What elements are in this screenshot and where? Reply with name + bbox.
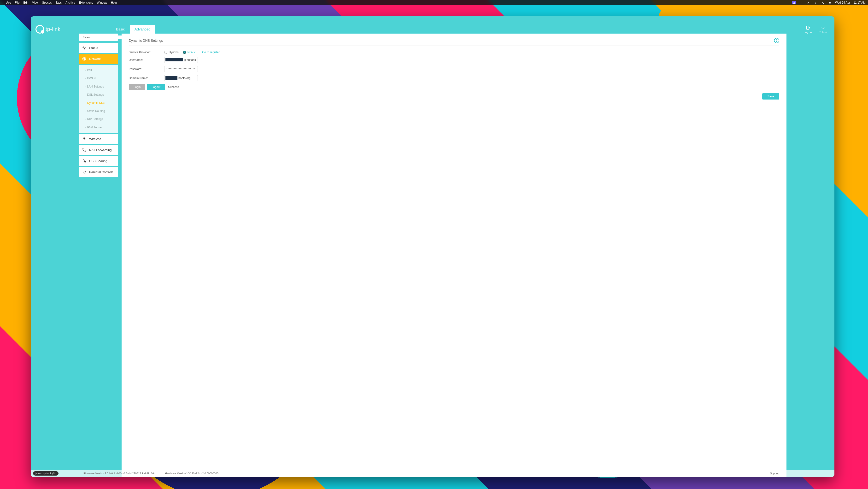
username-input[interactable] bbox=[164, 57, 198, 63]
sidebar-item-wireless[interactable]: Wireless bbox=[79, 134, 118, 144]
password-label: Password: bbox=[129, 67, 164, 71]
tplink-logo-icon bbox=[35, 25, 44, 34]
reboot-label: Reboot bbox=[819, 31, 827, 34]
app-name[interactable]: Arc bbox=[6, 1, 11, 4]
sidebar-item-label: Wireless bbox=[89, 137, 101, 141]
tplink-logo-text: tp-link bbox=[45, 26, 60, 32]
sub-item-ipv6-tunnel[interactable]: - IPv6 Tunnel bbox=[79, 123, 118, 131]
status-icon bbox=[82, 45, 86, 50]
parental-icon bbox=[82, 170, 86, 174]
svg-point-3 bbox=[84, 140, 84, 140]
menubar-date[interactable]: Wed 24 Apr bbox=[835, 1, 850, 4]
menubar-time[interactable]: 11:17 AM bbox=[854, 1, 866, 4]
search-input[interactable] bbox=[83, 35, 123, 39]
radio-dyndns-label: Dyndns bbox=[169, 51, 179, 54]
network-submenu: - DSL - EWAN - LAN Settings - DSL Settin… bbox=[79, 65, 118, 133]
save-button[interactable]: Save bbox=[762, 93, 779, 99]
sub-item-lan-settings[interactable]: - LAN Settings bbox=[79, 83, 118, 91]
sidebar-item-label: USB Sharing bbox=[89, 159, 107, 163]
sidebar-item-parental[interactable]: Parental Controls bbox=[79, 167, 118, 177]
menu-edit[interactable]: Edit bbox=[23, 1, 28, 4]
help-button[interactable]: ? bbox=[774, 38, 779, 43]
hardware-version: Hardware Version:VX220-G2v v2.0 00000000 bbox=[165, 472, 218, 475]
menu-help[interactable]: Help bbox=[111, 1, 117, 4]
firmware-version: Firmware Version:2.0.0 0.9 v603c.0 Build… bbox=[84, 472, 155, 475]
sidebar-item-label: Status bbox=[89, 46, 98, 50]
macos-menu-bar: Arc File Edit View Spaces Tabs Archive E… bbox=[0, 0, 868, 5]
sub-item-dsl[interactable]: - DSL bbox=[79, 66, 118, 74]
menu-spaces[interactable]: Spaces bbox=[42, 1, 52, 4]
login-button[interactable]: Login bbox=[129, 84, 145, 90]
logout-button[interactable]: Log out bbox=[804, 25, 813, 34]
domain-input[interactable] bbox=[164, 75, 198, 81]
usb-icon bbox=[82, 159, 86, 163]
sidebar-item-label: Network bbox=[89, 57, 101, 61]
logout-ddns-button[interactable]: Logout bbox=[147, 84, 165, 90]
radio-noip-input[interactable] bbox=[183, 51, 186, 54]
nat-icon bbox=[82, 148, 86, 152]
search-box[interactable] bbox=[79, 34, 118, 41]
router-header: tp-link Basic Advanced Log out Reboot bbox=[31, 16, 834, 34]
logout-icon bbox=[806, 25, 810, 30]
ddns-status: Success bbox=[168, 85, 179, 89]
domain-label: Domain Name: bbox=[129, 77, 164, 80]
logout-label: Log out bbox=[804, 31, 813, 34]
screencast-icon[interactable]: ⧉ bbox=[792, 1, 796, 4]
tab-advanced[interactable]: Advanced bbox=[130, 25, 155, 34]
battery-icon[interactable]: ⚡︎ bbox=[806, 1, 810, 4]
menu-tabs[interactable]: Tabs bbox=[56, 1, 62, 4]
menu-view[interactable]: View bbox=[32, 1, 38, 4]
tray-icon[interactable]: ⌥ bbox=[821, 1, 825, 4]
register-link[interactable]: Go to register... bbox=[202, 51, 222, 54]
main-panel: Dynamic DNS Settings ? Service Provider:… bbox=[122, 34, 786, 477]
sidebar-item-network[interactable]: Network bbox=[79, 54, 118, 64]
service-provider-label: Service Provider: bbox=[129, 51, 164, 54]
globe-icon[interactable]: ◉ bbox=[828, 1, 832, 4]
sub-item-rip-settings[interactable]: - RIP Settings bbox=[79, 115, 118, 123]
sub-item-static-routing[interactable]: - Static Routing bbox=[79, 107, 118, 115]
sidebar-item-nat[interactable]: NAT Forwarding bbox=[79, 145, 118, 155]
reboot-button[interactable]: Reboot bbox=[819, 25, 827, 34]
menu-file[interactable]: File bbox=[15, 1, 20, 4]
support-link[interactable]: Support bbox=[770, 472, 779, 475]
radio-dyndns-input[interactable] bbox=[164, 51, 167, 54]
menu-archive[interactable]: Archive bbox=[65, 1, 75, 4]
chevron-left-icon[interactable]: ‹ bbox=[799, 1, 803, 4]
sub-item-ewan[interactable]: - EWAN bbox=[79, 74, 118, 83]
eye-icon[interactable]: 👁 bbox=[193, 67, 196, 70]
tplink-logo: tp-link bbox=[31, 25, 79, 34]
username-label: Username: bbox=[129, 58, 164, 62]
sidebar-item-usb[interactable]: USB Sharing bbox=[79, 156, 118, 166]
status-bar-url: javascript:void(0); bbox=[33, 471, 59, 476]
network-icon bbox=[82, 57, 86, 61]
router-footer: Firmware Version:2.0.0 0.9 v603c.0 Build… bbox=[31, 470, 834, 477]
panel-title: Dynamic DNS Settings bbox=[129, 39, 163, 42]
menu-window[interactable]: Window bbox=[97, 1, 107, 4]
browser-window: tp-link Basic Advanced Log out Reboot bbox=[31, 16, 834, 477]
radio-dyndns[interactable]: Dyndns bbox=[164, 51, 179, 54]
password-input[interactable] bbox=[164, 66, 198, 72]
menu-extensions[interactable]: Extensions bbox=[79, 1, 93, 4]
sub-item-dynamic-dns[interactable]: - Dynamic DNS bbox=[79, 99, 118, 107]
sidebar-item-status[interactable]: Status bbox=[79, 43, 118, 53]
wireless-icon bbox=[82, 137, 86, 141]
sidebar-item-label: NAT Forwarding bbox=[89, 148, 112, 152]
tab-basic[interactable]: Basic bbox=[111, 25, 130, 34]
radio-noip[interactable]: NO-IP bbox=[183, 51, 195, 54]
radio-noip-label: NO-IP bbox=[187, 51, 195, 54]
sub-item-dsl-settings[interactable]: - DSL Settings bbox=[79, 91, 118, 99]
wifi-icon[interactable]: ⏚ bbox=[813, 1, 817, 4]
svg-point-4 bbox=[83, 160, 84, 161]
sidebar-item-label: Parental Controls bbox=[89, 170, 113, 174]
reboot-icon bbox=[820, 25, 825, 30]
sidebar: Status Network - DSL - EWAN - LAN Settin… bbox=[79, 34, 118, 477]
